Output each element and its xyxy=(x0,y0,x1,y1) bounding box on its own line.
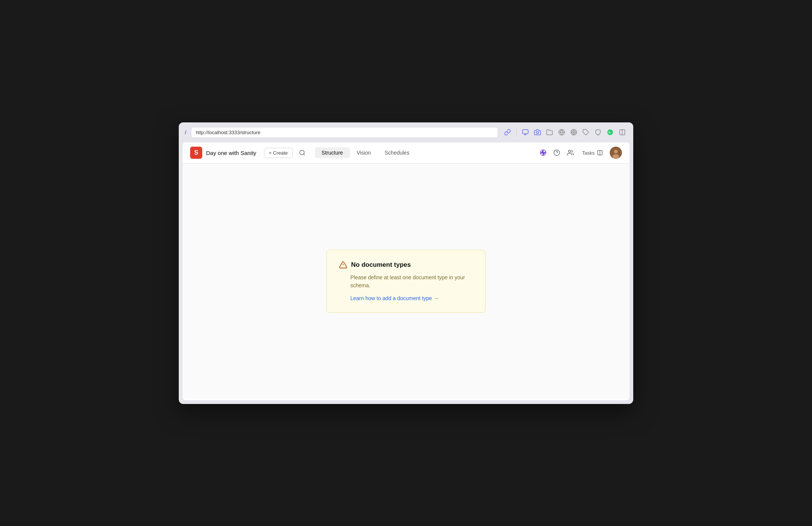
app-brand: S Day one with Sanity xyxy=(190,147,256,159)
svg-text:G: G xyxy=(609,131,611,134)
svg-point-16 xyxy=(300,150,304,155)
create-label: + Create xyxy=(269,150,288,156)
header-right: Tasks xyxy=(538,147,622,159)
svg-line-17 xyxy=(303,154,304,155)
warning-title: No document types xyxy=(351,261,411,269)
app-content: No document types Please define at least… xyxy=(183,164,629,399)
warning-body: Please define at least one document type… xyxy=(339,274,473,290)
grammarly-icon[interactable]: G xyxy=(605,127,615,137)
shield-icon[interactable] xyxy=(593,127,603,137)
split-view-icon[interactable] xyxy=(617,127,627,137)
download-icon[interactable] xyxy=(520,127,530,137)
app-logo: S xyxy=(190,147,202,159)
tab-vision[interactable]: Vision xyxy=(350,147,378,158)
svg-point-5 xyxy=(572,131,576,134)
nav-tabs: Structure Vision Schedules xyxy=(315,147,538,158)
divider1 xyxy=(516,128,517,136)
user-button[interactable] xyxy=(565,148,575,158)
warning-card: No document types Please define at least… xyxy=(326,250,486,313)
app-title: Day one with Sanity xyxy=(206,150,256,156)
warning-header: No document types xyxy=(339,261,473,269)
svg-rect-0 xyxy=(523,130,528,134)
warning-link[interactable]: Learn how to add a document type → xyxy=(339,295,439,301)
folder-icon[interactable] xyxy=(545,127,554,137)
browser-chrome: i xyxy=(179,122,633,142)
app-header: S Day one with Sanity + Create Structure… xyxy=(183,142,629,164)
svg-point-27 xyxy=(612,154,619,159)
globe-icon[interactable] xyxy=(557,127,567,137)
target-icon[interactable] xyxy=(569,127,579,137)
svg-point-22 xyxy=(568,150,571,152)
help-button[interactable] xyxy=(552,148,562,158)
link-icon[interactable] xyxy=(503,127,512,137)
tasks-button[interactable]: Tasks xyxy=(579,148,606,157)
app-container: S Day one with Sanity + Create Structure… xyxy=(183,142,629,400)
warning-triangle-icon xyxy=(339,261,347,269)
create-button[interactable]: + Create xyxy=(264,148,293,158)
tab-schedules[interactable]: Schedules xyxy=(378,147,416,158)
url-bar[interactable] xyxy=(191,127,498,138)
svg-point-1 xyxy=(536,132,539,134)
puzzle-icon[interactable] xyxy=(581,127,591,137)
svg-point-26 xyxy=(614,150,618,153)
camera-icon[interactable] xyxy=(532,127,542,137)
svg-point-6 xyxy=(573,132,575,133)
lightning-button[interactable] xyxy=(538,148,548,158)
info-icon: i xyxy=(185,129,186,135)
avatar[interactable] xyxy=(610,147,622,159)
browser-window: i xyxy=(179,122,633,404)
browser-actions: G xyxy=(503,127,627,137)
tab-structure[interactable]: Structure xyxy=(315,147,350,158)
tasks-label: Tasks xyxy=(582,150,595,156)
search-button[interactable] xyxy=(297,148,307,158)
